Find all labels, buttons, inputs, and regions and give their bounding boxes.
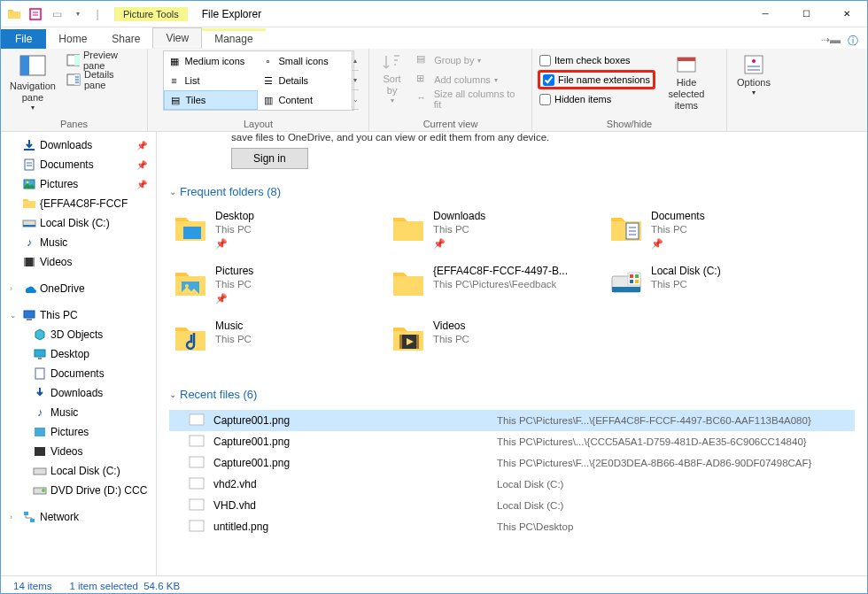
folder-name: Downloads: [433, 209, 485, 223]
file-path: This PC\Pictures\...\{CCC5A5A1-D759-481D…: [497, 436, 807, 447]
sign-in-button[interactable]: Sign in: [231, 148, 308, 169]
tab-file[interactable]: File: [1, 29, 46, 49]
svg-rect-46: [190, 414, 204, 425]
qat-new-folder-icon[interactable]: ▭: [47, 4, 66, 24]
panes-group-label: Panes: [6, 117, 142, 131]
frequent-folder-item[interactable]: Local Disk (C:) This PC: [605, 262, 823, 317]
svg-rect-45: [416, 335, 419, 349]
frequent-folder-item[interactable]: Desktop This PC 📌: [169, 207, 387, 262]
frequent-folder-item[interactable]: {EFFA4C8F-FCCF-4497-B... This PC\Picture…: [387, 262, 605, 317]
tab-share[interactable]: Share: [99, 29, 152, 49]
recent-file-row[interactable]: Capture001.png This PC\Pictures\F...\{EF…: [169, 410, 855, 431]
tree-local-disk[interactable]: Local Disk (C:): [1, 213, 156, 233]
frequent-folder-item[interactable]: Documents This PC 📌: [605, 207, 823, 262]
folder-location: This PC: [433, 333, 469, 347]
layout-gallery[interactable]: ▦Medium icons ▫Small icons ≡List ☰Detail…: [163, 50, 354, 111]
frequent-folders-header[interactable]: ⌄ Frequent folders (8): [169, 185, 855, 198]
tab-view[interactable]: View: [152, 27, 202, 49]
tab-home[interactable]: Home: [46, 29, 99, 49]
tree-documents-pc[interactable]: Documents: [1, 364, 156, 383]
tree-dvd-drive[interactable]: DVD Drive (D:) CCC: [1, 481, 156, 500]
file-name: Capture001.png: [213, 457, 497, 469]
size-columns-button[interactable]: ↔Size all columns to fit: [413, 89, 526, 109]
tree-downloads-pc[interactable]: Downloads: [1, 383, 156, 403]
tree-music-pc[interactable]: ♪Music: [1, 403, 156, 422]
window-controls: ─ ☐ ✕: [745, 1, 867, 27]
recent-file-row[interactable]: untitled.png This PC\Desktop: [169, 516, 855, 537]
chevron-down-icon: ⌄: [169, 187, 176, 197]
tree-pictures-pc[interactable]: Pictures: [1, 422, 156, 442]
tree-3d-objects[interactable]: 3D Objects: [1, 325, 156, 344]
hide-selected-button[interactable]: Hide selected items: [659, 50, 714, 114]
folder-icon: [607, 209, 646, 248]
qat-app-icon[interactable]: [4, 4, 24, 24]
tree-documents[interactable]: Documents📌: [1, 155, 156, 174]
svg-rect-2: [20, 56, 29, 75]
documents-icon: [33, 366, 47, 381]
recent-file-row[interactable]: VHD.vhd Local Disk (C:): [169, 495, 855, 516]
options-button[interactable]: Options ▾: [733, 50, 774, 99]
tree-videos[interactable]: Videos: [1, 252, 156, 272]
details-pane-button[interactable]: Details pane: [63, 70, 142, 89]
tab-manage[interactable]: Manage: [202, 28, 265, 49]
svg-rect-41: [630, 280, 633, 283]
frequent-folder-item[interactable]: Downloads This PC 📌: [387, 207, 605, 262]
tree-pictures[interactable]: Pictures📌: [1, 174, 156, 194]
hidden-items-toggle[interactable]: Hidden items: [538, 89, 655, 109]
tree-videos-pc[interactable]: Videos: [1, 442, 156, 461]
main-pane[interactable]: save files to OneDrive, and you can view…: [157, 132, 867, 575]
layout-list[interactable]: ≡List: [164, 71, 258, 90]
layout-small-icons[interactable]: ▫Small icons: [258, 51, 352, 71]
svg-rect-40: [635, 274, 639, 278]
downloads-icon: [22, 138, 36, 152]
tree-downloads[interactable]: Downloads📌: [1, 135, 156, 155]
navigation-tree[interactable]: Downloads📌 Documents📌 Pictures📌 {EFFA4C8…: [1, 132, 157, 575]
layout-details[interactable]: ☰Details: [258, 71, 352, 90]
svg-rect-27: [34, 468, 46, 474]
recent-file-row[interactable]: Capture001.png This PC\Pictures\...\{CCC…: [169, 431, 855, 452]
navigation-pane-button[interactable]: Navigation pane ▾: [6, 50, 59, 114]
frequent-folder-item[interactable]: Videos This PC: [387, 317, 605, 372]
tree-desktop[interactable]: Desktop: [1, 344, 156, 364]
add-columns-button[interactable]: ⊞Add columns ▾: [413, 70, 526, 89]
layout-content[interactable]: ▥Content: [258, 90, 352, 110]
status-selection: 1 item selected: [69, 581, 137, 591]
help-icon[interactable]: ⓘ: [848, 34, 858, 49]
file-name: Capture001.png: [213, 436, 497, 448]
file-icon: [189, 456, 206, 470]
recent-files-header[interactable]: ⌄ Recent files (6): [169, 388, 855, 401]
preview-pane-button[interactable]: Preview pane: [63, 50, 142, 70]
tree-onedrive[interactable]: › OneDrive: [1, 279, 156, 298]
layout-scroll[interactable]: ▴▾⌄: [352, 51, 359, 110]
tree-this-pc[interactable]: ⌄ This PC: [1, 305, 156, 325]
content-area: Downloads📌 Documents📌 Pictures📌 {EFFA4C8…: [1, 132, 867, 575]
tree-music[interactable]: ♪ Music: [1, 233, 156, 252]
layout-tiles[interactable]: ▤Tiles: [164, 90, 258, 110]
folder-name: Desktop: [215, 209, 254, 223]
minimize-button[interactable]: ─: [745, 1, 786, 27]
pin-ribbon-icon[interactable]: ⇢▬: [821, 34, 841, 49]
svg-rect-9: [745, 56, 763, 73]
tree-network[interactable]: › Network: [1, 507, 156, 527]
recent-file-row[interactable]: vhd2.vhd Local Disk (C:): [169, 474, 855, 495]
folder-location: This PC: [651, 223, 705, 237]
sort-by-button[interactable]: Sort by ▾: [375, 50, 409, 107]
folder-name: Pictures: [215, 264, 253, 278]
layout-medium-icons[interactable]: ▦Medium icons: [164, 51, 258, 71]
maximize-button[interactable]: ☐: [786, 1, 826, 27]
frequent-folder-item[interactable]: Pictures This PC 📌: [169, 262, 387, 317]
item-checkboxes-toggle[interactable]: Item check boxes: [538, 50, 655, 70]
frequent-folder-item[interactable]: Music This PC: [169, 317, 387, 372]
group-by-button[interactable]: ▤Group by ▾: [413, 50, 526, 70]
onedrive-hint: save files to OneDrive, and you can view…: [169, 132, 855, 148]
svg-rect-30: [24, 512, 28, 515]
recent-file-row[interactable]: Capture001.png This PC\Pictures\F...\{2E…: [169, 452, 855, 474]
close-button[interactable]: ✕: [826, 1, 867, 27]
qat-dropdown-icon[interactable]: ▾: [68, 4, 88, 24]
svg-rect-48: [190, 457, 204, 467]
tree-local-disk-pc[interactable]: Local Disk (C:): [1, 461, 156, 481]
tree-guid-folder[interactable]: {EFFA4C8F-FCCF: [1, 194, 156, 213]
qat-properties-icon[interactable]: [26, 4, 45, 24]
navigation-pane-label: Navigation pane: [10, 81, 56, 104]
file-name-extensions-toggle[interactable]: File name extensions: [538, 70, 655, 89]
